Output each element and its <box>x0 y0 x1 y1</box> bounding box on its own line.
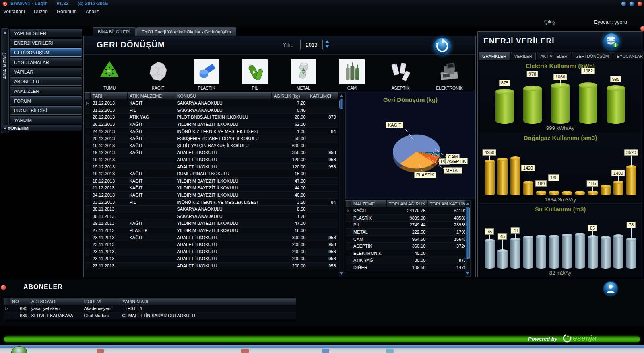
bar-sm3[interactable]: 3520 <box>626 140 636 195</box>
bar-sm3[interactable]: 160 <box>549 140 559 195</box>
bar-sm3[interactable] <box>575 140 585 195</box>
table-row[interactable]: 19.12.2013ADALET İLKOKULU120.00958 <box>85 163 338 170</box>
scroll-down-icon[interactable] <box>466 272 469 275</box>
menu-item[interactable]: Görünüm <box>57 9 77 14</box>
category-cam[interactable]: CAM <box>339 55 365 92</box>
bar-m3[interactable] <box>536 212 546 269</box>
table-row[interactable]: 19.12.2013KAĞITADALET İLKOKULU350.00958 <box>85 149 338 156</box>
table-row[interactable]: 689SERVET KARAKAYAOkul MüdürüCEMALETTİN … <box>4 312 296 319</box>
sidebar-item[interactable]: PROJE BİLGİSİ <box>10 106 82 115</box>
bar-kWh[interactable]: 875 <box>495 68 514 124</box>
table-row[interactable]: 23.11.2013ADALET İLKOKULU200.00958 <box>85 255 338 263</box>
table-row[interactable]: 23.11.2013ADALET İLKOKULU200.00958 <box>85 241 338 248</box>
table-row[interactable]: ATIK YAĞ30.00873 <box>346 257 469 264</box>
table-row[interactable]: 03.12.2013PİLİNÖNÜ KIZ TEKNİK VE MESLEK … <box>85 199 338 206</box>
table-row[interactable]: 29.11.2013KAĞITYILDIRIM BAYEZİT İLKOKULU… <box>85 220 338 227</box>
bar-kWh[interactable]: 1066 <box>551 68 570 124</box>
sidebar-item[interactable]: ANALİZLER <box>10 87 82 95</box>
table-row[interactable]: ASEPTİK360.103724 <box>346 242 469 250</box>
bar-sm3[interactable] <box>562 140 572 195</box>
energy-tab[interactable]: EYOCANLAR <box>613 52 644 60</box>
bar-m3[interactable]: 75 <box>485 212 495 269</box>
sidebar-item[interactable]: YAPI BİLGİLERİ <box>10 29 82 37</box>
bar-m3[interactable]: 45 <box>497 212 508 269</box>
year-spinner[interactable] <box>325 40 329 48</box>
bar-m3[interactable]: 78 <box>510 212 520 269</box>
table-row[interactable]: DİĞER109.501476 <box>346 264 469 271</box>
spinner-down-icon[interactable] <box>325 45 329 48</box>
table-row[interactable]: 26.12.2013ATIK YAĞPİLOT BNBŞ.ALİ TEKİN İ… <box>85 114 338 121</box>
bar-m3[interactable] <box>613 212 623 269</box>
category-elektronik[interactable]: ELEKTRONİK <box>436 55 463 92</box>
table-row[interactable]: 19.12.2013ADALET İLKOKULU120.00958 <box>85 156 338 163</box>
sidebar-item[interactable]: YARDIM <box>10 116 82 124</box>
sidebar-item[interactable]: UYGULAMALAR <box>10 58 82 66</box>
table-row[interactable]: PLASTİK9899.0048581 <box>346 214 469 222</box>
table-row[interactable]: 27.11.2013PLASTİKYILDIRIM BAYEZİT İLKOKU… <box>85 227 338 234</box>
menu-item[interactable]: Veritabanı <box>3 9 25 14</box>
bar-m3[interactable]: 78 <box>626 212 636 269</box>
menu-item[interactable]: Düzen <box>34 9 48 14</box>
taskbar-icon[interactable] <box>242 349 249 353</box>
table-row[interactable]: 24.12.2013KAĞITİNÖNÜ KIZ TEKNİK VE MESLE… <box>85 128 338 135</box>
sidebar-item[interactable]: GERİDÖNÜŞÜM <box>10 48 82 57</box>
table-row[interactable]: ▷690yasar yetiskenAkademisyen- TEST - 1 <box>4 305 296 312</box>
category-kagit[interactable]: KAĞIT <box>145 55 171 92</box>
bar-m3[interactable]: 85 <box>588 212 598 269</box>
table-row[interactable]: CAM964.5015641 <box>346 236 469 243</box>
table-row[interactable]: 30.11.2013SAKARYA ANAOKULU8.50 <box>85 205 338 213</box>
sidebar-item[interactable]: YAPILAR <box>10 68 82 76</box>
category-metal[interactable]: METAL <box>291 55 316 92</box>
bar-kWh[interactable]: 995 <box>607 68 625 124</box>
add-energy-data-button[interactable] <box>603 33 620 50</box>
sidebar-rail[interactable]: » ANA MENÜ <box>1 28 9 133</box>
taskbar-icon[interactable] <box>386 349 394 353</box>
collapse-chevron-icon[interactable]: » <box>2 32 8 35</box>
table-row[interactable]: 31.12.2013PİLSAKARYA ANAOKULU0.40 <box>85 107 338 114</box>
table-row[interactable]: 11.12.2013KAĞITYILDIRIM BAYEZİT İLKOKULU… <box>85 185 338 192</box>
category-pil[interactable]: PİL <box>242 55 268 92</box>
main-tab[interactable]: BİNA BİLGİLERİ <box>93 27 136 36</box>
logout-link[interactable]: Çıkış <box>544 19 555 25</box>
taskbar-icon[interactable] <box>97 349 104 353</box>
close-button[interactable] <box>637 1 642 6</box>
bar-m3[interactable] <box>549 212 559 269</box>
energy-tab[interactable]: AKTİVİTELER <box>537 52 571 60</box>
table-row[interactable]: ▷KAĞIT24179.7561101 <box>346 207 469 215</box>
table-row[interactable]: PİL2749.4423938 <box>346 222 469 229</box>
scroll-up-icon[interactable] <box>340 94 343 97</box>
bar-m3[interactable] <box>601 212 611 269</box>
bar-sm3[interactable]: 1420 <box>523 140 533 195</box>
bar-sm3[interactable] <box>497 140 508 195</box>
energy-tab[interactable]: VERİLER <box>511 52 536 60</box>
menu-item[interactable]: Analiz <box>86 9 99 14</box>
category-plastik[interactable]: PLASTİK <box>194 55 219 92</box>
energy-tab[interactable]: GRAFİKLER <box>479 52 510 60</box>
bar-sm3[interactable]: 185 <box>588 140 598 195</box>
maximize-button[interactable] <box>629 1 634 6</box>
spinner-up-icon[interactable] <box>325 40 329 43</box>
taskbar-icon[interactable] <box>322 349 329 353</box>
table-row[interactable]: 04.12.2013KAĞITYILDIRIM BAYEZİT İLKOKULU… <box>85 191 338 199</box>
scroll-down-icon[interactable] <box>340 272 343 275</box>
category-aseptik[interactable]: ASEPTİK <box>388 55 413 92</box>
table-row[interactable]: 23.11.2013KAĞITADALET İLKOKULU300.00958 <box>85 234 338 241</box>
sidebar-item-yonetim[interactable]: » YÖNETİM <box>1 125 82 131</box>
category-tumu[interactable]: TÜMÜ <box>97 55 122 92</box>
sidebar-item[interactable]: ABONELER <box>10 77 82 86</box>
table-row[interactable]: 30.11.2013SAKARYA ANAOKULU1.20 <box>85 213 338 220</box>
bar-m3[interactable] <box>575 212 585 269</box>
table-row[interactable]: 20.12.2013KAĞITESKİŞEHİR TİCARET ODASI İ… <box>85 135 338 142</box>
bar-sm3[interactable] <box>510 140 520 195</box>
bar-kWh[interactable]: 978 <box>523 68 542 124</box>
summary-scrollbar[interactable] <box>465 200 471 277</box>
refresh-recycle-button[interactable] <box>433 37 452 55</box>
table-row[interactable]: 23.11.2013ADALET İLKOKULU200.00958 <box>85 262 338 269</box>
bar-kWh[interactable]: 1082 <box>579 68 597 124</box>
table-row[interactable]: 23.11.2013ADALET İLKOKULU200.00958 <box>85 248 338 255</box>
table-row[interactable]: 18.12.2013KAĞITYILDIRIM BAYEZİT İLKOKULU… <box>85 177 338 185</box>
table-row[interactable]: ELEKTRONİK45.00 <box>346 250 469 257</box>
table-row[interactable]: 19.12.2013KAĞITŞEHİT YALÇIN BAYKUŞ İLKOK… <box>85 142 338 149</box>
main-tab[interactable]: EYO1 Enerji Yönetimli Okullar - Geridönü… <box>136 27 236 36</box>
table-scrollbar[interactable] <box>339 92 344 277</box>
